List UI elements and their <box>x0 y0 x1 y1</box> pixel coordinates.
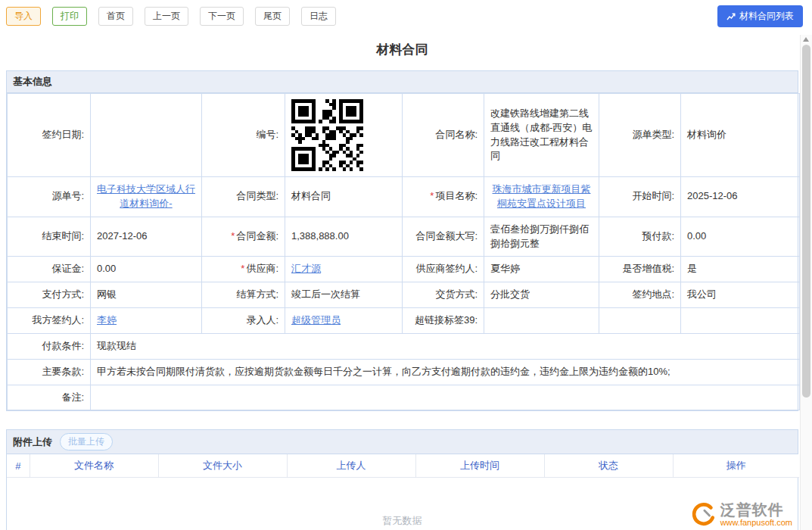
hyperlink39-label: 超链接标签39: <box>403 308 484 334</box>
supplier-signer-value: 夏华婷 <box>484 257 599 282</box>
source-no-label: 源单号: <box>8 177 91 217</box>
amount-label: *合同金额: <box>202 217 285 257</box>
log-button[interactable]: 日志 <box>301 7 336 25</box>
col-header-file-size: 文件大小 <box>158 454 287 478</box>
form-row: 结束时间: 2027-12-06 *合同金额: 1,388,888.00 合同金… <box>8 217 800 257</box>
supplier-link[interactable]: 汇才源 <box>291 263 321 274</box>
vertical-scrollbar[interactable] <box>800 35 812 530</box>
settle-method-label: 结算方式: <box>202 282 285 308</box>
source-no-value: 电子科技大学区域人行道材料询价- <box>91 177 202 217</box>
amount-value: 1,388,888.00 <box>285 217 403 257</box>
delivery-value: 分批交货 <box>484 282 599 308</box>
our-signer-link[interactable]: 李婷 <box>97 314 117 326</box>
pay-method-value: 网银 <box>91 282 202 308</box>
form-row: 签约日期: 编号: 合同名称: 改建铁路线增建第二线直通线（成都-西安）电力线路… <box>8 94 800 177</box>
toolbar: 导入 打印 首页 上一页 下一页 尾页 日志 材料合同列表 <box>0 0 812 32</box>
sign-place-label: 签约地点: <box>599 282 681 308</box>
contract-name-value: 改建铁路线增建第二线直通线（成都-西安）电力线路迁改工程材料合同 <box>484 94 599 177</box>
form-row: 付款条件: 现款现结 <box>8 333 800 359</box>
qr-code <box>291 99 363 171</box>
form-row: 我方签约人: 李婷 录入人: 超级管理员 超链接标签39: <box>8 308 800 334</box>
print-button[interactable]: 打印 <box>52 7 87 25</box>
form-row: 备注: <box>8 385 800 410</box>
next-page-button[interactable]: 下一页 <box>200 7 244 25</box>
form-row: 保证金: 0.00 *供应商: 汇才源 供应商签约人: 夏华婷 是否增值税: 是 <box>8 257 800 282</box>
contract-type-value: 材料合同 <box>285 177 403 217</box>
no-data-text: 暂无数据 <box>7 478 798 528</box>
supplier-label: *供应商: <box>202 257 285 282</box>
sign-place-value: 我公司 <box>681 282 800 308</box>
amount-caps-value: 壹佰叁拾捌万捌仟捌佰捌拾捌元整 <box>484 217 599 257</box>
remark-label: 备注: <box>8 385 91 410</box>
page-title: 材料合同 <box>6 41 798 58</box>
attachments-section: 附件上传 批量上传 # 文件名称 文件大小 上传人 上传时间 状态 操作 <box>6 429 798 530</box>
contract-type-label: 合同类型: <box>202 177 285 217</box>
required-marker: * <box>241 263 244 274</box>
first-page-button[interactable]: 首页 <box>98 7 133 25</box>
col-header-status: 状态 <box>544 454 673 478</box>
our-signer-value: 李婷 <box>91 308 202 334</box>
empty-cell <box>599 308 681 334</box>
col-header-index: # <box>7 454 30 478</box>
vendor-brand-url: www.fanpusoft.com <box>720 518 792 527</box>
delivery-label: 交货方式: <box>403 282 484 308</box>
last-page-button[interactable]: 尾页 <box>255 7 290 25</box>
advance-label: 预付款: <box>599 217 681 257</box>
attachments-section-title: 附件上传 <box>13 435 52 449</box>
source-type-value: 材料询价 <box>681 94 800 177</box>
entry-person-label: 录入人: <box>202 308 285 334</box>
remark-value <box>91 385 800 410</box>
main-terms-value: 甲方若未按合同期限付清货款，应按逾期货款金额每日千分之一计算，向乙方支付逾期付款… <box>91 359 800 385</box>
contract-name-label: 合同名称: <box>403 94 484 177</box>
vendor-brand-text: 泛普软件 www.fanpusoft.com <box>720 501 792 527</box>
project-name-value: 珠海市城市更新项目紫桐苑安置点设计项目 <box>484 177 599 217</box>
number-label: 编号: <box>202 94 285 177</box>
project-name-label: *项目名称: <box>403 177 484 217</box>
attachments-empty-area: 暂无数据 <box>7 478 798 530</box>
vendor-brand: 泛普软件 www.fanpusoft.com <box>690 501 792 527</box>
settle-method-value: 竣工后一次结算 <box>285 282 403 308</box>
pay-terms-label: 付款条件: <box>8 333 91 359</box>
form-row: 主要条款: 甲方若未按合同期限付清货款，应按逾期货款金额每日千分之一计算，向乙方… <box>8 359 800 385</box>
attachments-section-header: 附件上传 批量上传 <box>7 430 798 454</box>
entry-person-link[interactable]: 超级管理员 <box>291 314 341 326</box>
amount-label-text: 合同金额: <box>236 230 278 242</box>
start-time-value: 2025-12-06 <box>681 177 800 217</box>
supplier-signer-label: 供应商签约人: <box>403 257 484 282</box>
scrollbar-thumb[interactable] <box>802 45 810 398</box>
col-header-uploader: 上传人 <box>287 454 415 478</box>
required-marker: * <box>430 190 434 201</box>
col-header-file-name: 文件名称 <box>30 454 158 478</box>
prev-page-button[interactable]: 上一页 <box>145 7 188 25</box>
our-signer-label: 我方签约人: <box>8 308 91 334</box>
sign-date-value <box>91 94 202 177</box>
chart-arrow-icon <box>726 12 736 21</box>
contract-list-button[interactable]: 材料合同列表 <box>717 5 803 27</box>
attachments-table: # 文件名称 文件大小 上传人 上传时间 状态 操作 <box>7 454 799 478</box>
amount-caps-label: 合同金额大写: <box>403 217 484 257</box>
form-row: 支付方式: 网银 结算方式: 竣工后一次结算 交货方式: 分批交货 签约地点: … <box>8 282 800 308</box>
end-time-label: 结束时间: <box>8 217 91 257</box>
deposit-label: 保证金: <box>8 257 91 282</box>
col-header-upload-time: 上传时间 <box>415 454 544 478</box>
entry-person-value: 超级管理员 <box>285 308 403 334</box>
project-name-link[interactable]: 珠海市城市更新项目紫桐苑安置点设计项目 <box>493 183 591 209</box>
contract-list-button-label: 材料合同列表 <box>739 10 794 23</box>
vendor-brand-name: 泛普软件 <box>720 501 792 518</box>
vat-value: 是 <box>681 257 800 282</box>
end-time-value: 2027-12-06 <box>91 217 202 257</box>
form-row: 源单号: 电子科技大学区域人行道材料询价- 合同类型: 材料合同 *项目名称: … <box>8 177 800 217</box>
basic-info-section-title: 基本信息 <box>7 71 798 93</box>
pay-method-label: 支付方式: <box>8 282 91 308</box>
basic-info-table: 签约日期: 编号: 合同名称: 改建铁路线增建第二线直通线（成都-西安）电力线路… <box>7 93 800 410</box>
hyperlink39-value <box>484 308 599 334</box>
source-no-link[interactable]: 电子科技大学区域人行道材料询价- <box>97 183 195 209</box>
source-type-label: 源单类型: <box>599 94 681 177</box>
scroll-up-arrow-icon[interactable] <box>803 37 809 42</box>
batch-upload-button[interactable]: 批量上传 <box>60 433 113 450</box>
main-content: 材料合同 基本信息 签约日期: 编号: 合同名称: 改建铁路线增建第二线直通线（… <box>0 41 812 530</box>
col-header-actions: 操作 <box>673 454 799 478</box>
number-value <box>285 94 403 177</box>
fanpu-logo-icon <box>690 501 716 527</box>
import-button[interactable]: 导入 <box>6 7 41 25</box>
